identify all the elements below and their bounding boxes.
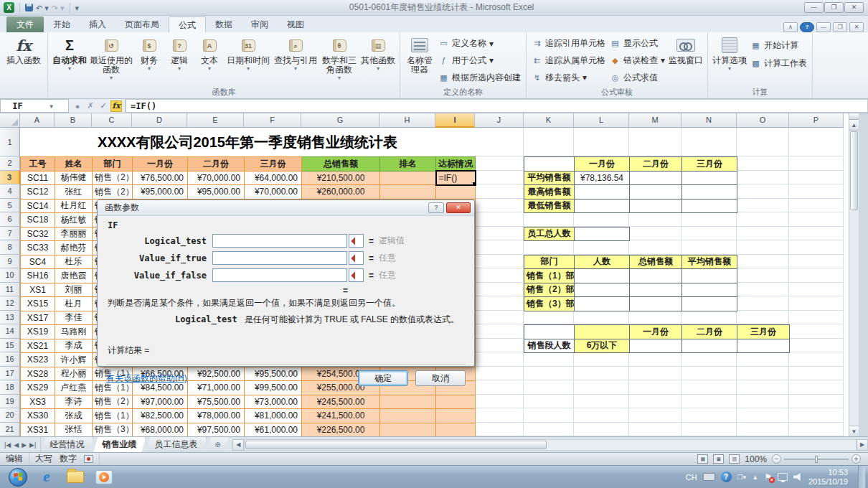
prev-sheet-icon[interactable]: ◀ [14, 441, 19, 449]
row-header-5[interactable]: 5 [0, 199, 20, 213]
row-header-20[interactable]: 20 [0, 408, 20, 423]
insert-worksheet-icon[interactable]: ⊕ [207, 437, 228, 452]
close-button[interactable]: ✕ [844, 2, 864, 13]
table-row[interactable]: SC12 张红 销售（2）部 ¥95,000.00 ¥95,000.00 ¥70… [21, 185, 476, 200]
restore-button[interactable]: ❐ [824, 2, 844, 13]
row-header-2[interactable]: 2 [0, 156, 20, 171]
redo-icon[interactable]: ↷ ▾ [52, 2, 65, 14]
calculate-sheet-button[interactable]: ▩计算工作表 [750, 57, 807, 70]
window-restore-icon[interactable]: ❐ [833, 22, 847, 32]
macro-record-icon[interactable] [84, 455, 93, 463]
window-minimize-icon[interactable]: — [816, 22, 831, 32]
show-desktop-button[interactable] [858, 466, 865, 488]
collapse-ribbon-icon[interactable]: ∧ [783, 22, 798, 32]
formula-input[interactable]: =IF() [126, 99, 868, 113]
more-functions-button[interactable]: ▤ 其他函数▾ [359, 34, 397, 87]
page-layout-view-icon[interactable]: ▣ [713, 454, 724, 464]
column-header-A[interactable]: A [20, 113, 55, 128]
logical-button[interactable]: ? 逻辑▾ [164, 34, 194, 87]
staff-total-value[interactable] [575, 227, 630, 241]
show-formulas-button[interactable]: ▤显示公式 [610, 37, 665, 50]
scroll-up-icon[interactable]: ▲ [849, 120, 859, 131]
column-header-B[interactable]: B [55, 113, 92, 128]
first-sheet-icon[interactable]: |◀ [4, 441, 11, 449]
row-header-15[interactable]: 15 [0, 339, 20, 353]
function-arguments-dialog[interactable]: 函数参数 ? ✕ IF Logical_test = 逻辑值 Value_if_… [97, 200, 475, 367]
trace-precedents-button[interactable]: ⇉追踪引用单元格 [532, 37, 605, 50]
financial-button[interactable]: $ 财务▾ [134, 34, 164, 87]
horizontal-scrollbar[interactable]: ◀ ▶ [232, 437, 868, 452]
tray-help-icon[interactable]: ? [721, 471, 732, 482]
name-box[interactable]: IF▾ [0, 99, 69, 113]
row-header-3[interactable]: 3 [0, 171, 20, 185]
table-row[interactable]: 最低销售额 [524, 199, 737, 213]
language-indicator[interactable]: CH [686, 473, 697, 482]
sheet-title-cell[interactable]: XXXX有限公司2015年第一季度销售业绩统计表 [20, 128, 475, 156]
row-header-1[interactable]: 1 [0, 128, 20, 156]
calculation-options-button[interactable]: 计算选项▾ [711, 34, 748, 87]
sheet-tab[interactable]: 销售业绩 [93, 437, 146, 452]
row-header-21[interactable]: 21 [0, 423, 20, 437]
ribbon-tab[interactable]: 审阅 [242, 17, 278, 32]
tab-file[interactable]: 文件 [6, 17, 44, 32]
normal-view-icon[interactable]: ▦ [697, 454, 708, 464]
table-row[interactable]: XS30 张成 销售（1）部 ¥82,500.00 ¥78,000.00 ¥81… [21, 409, 476, 423]
table-row[interactable]: SC11 杨伟健 销售（2）部 ¥76,500.00 ¥70,000.00 ¥6… [21, 171, 476, 185]
action-center-icon[interactable]: ⚑✕ [764, 472, 772, 482]
scrollbar-split-handle[interactable] [849, 113, 859, 120]
row-header-16[interactable]: 16 [0, 352, 20, 367]
column-header-K[interactable]: K [524, 113, 574, 128]
function-help-link[interactable]: 有关该函数的帮助(H) [106, 372, 351, 385]
math-trig-button[interactable]: θ 数学和三角函数▾ [319, 34, 359, 87]
sheet-tab[interactable]: 经营情况 [41, 437, 93, 452]
enter-entry-icon[interactable]: ✓ [98, 101, 109, 111]
name-box-dropdown-icon[interactable]: ▾ [34, 101, 68, 111]
help-icon[interactable]: ? [800, 22, 814, 32]
error-checking-button[interactable]: ◆错误检查▾ [610, 54, 665, 67]
column-header-C[interactable]: C [92, 113, 132, 128]
calculate-now-button[interactable]: ▦开始计算 [750, 39, 807, 52]
row-header-7[interactable]: 7 [0, 227, 20, 241]
volume-icon[interactable] [793, 473, 803, 481]
column-header-F[interactable]: F [244, 113, 301, 128]
table-row[interactable]: 销售（3）部 [524, 297, 737, 311]
lookup-reference-button[interactable]: ⌕ 查找与引用▾ [272, 34, 319, 87]
column-header-G[interactable]: G [301, 113, 379, 128]
keyboard-icon[interactable] [703, 473, 715, 481]
scroll-left-icon[interactable]: ◀ [232, 439, 244, 451]
excel-app-icon[interactable]: X [4, 2, 14, 13]
parameter-input[interactable] [212, 251, 347, 265]
column-header-I[interactable]: I [435, 113, 475, 128]
ribbon-tab[interactable]: 开始 [44, 17, 80, 32]
staff-total-table[interactable]: 员工总人数 [524, 227, 630, 242]
row-header-17[interactable]: 17 [0, 367, 20, 381]
last-sheet-icon[interactable]: ▶| [29, 441, 36, 449]
minimize-button[interactable]: — [804, 2, 824, 13]
tray-window-icon[interactable]: ❐▾ [737, 474, 747, 481]
zoom-level[interactable]: 100% [745, 454, 767, 464]
ribbon-tab[interactable]: 数据 [206, 17, 242, 32]
window-close-icon[interactable]: ✕ [849, 22, 864, 32]
sheet-tab[interactable]: 员工信息表 [146, 437, 207, 452]
clock[interactable]: 10:532015/10/19 [808, 468, 852, 487]
media-player-icon[interactable] [92, 468, 116, 487]
cancel-entry-icon[interactable]: ✗ [85, 101, 96, 111]
remove-arrows-button[interactable]: ↯移去箭头▾ [532, 71, 605, 85]
table-row[interactable]: 最高销售额 [524, 185, 737, 200]
column-header-E[interactable]: E [187, 113, 244, 128]
use-in-formula-button[interactable]: ƒ用于公式▾ [438, 54, 521, 67]
row-header-12[interactable]: 12 [0, 296, 20, 311]
watch-window-button[interactable]: 监视窗口 [667, 34, 704, 87]
ribbon-tab[interactable]: 插入 [80, 17, 115, 32]
page-break-view-icon[interactable]: ▥ [729, 454, 740, 464]
column-header-J[interactable]: J [475, 113, 524, 128]
name-manager-button[interactable]: 名称管理器 [403, 34, 436, 87]
ribbon-tab[interactable]: 页面布局 [115, 17, 169, 32]
row-header-11[interactable]: 11 [0, 283, 20, 297]
row-header-8[interactable]: 8 [0, 240, 20, 255]
range-picker-icon[interactable] [349, 268, 364, 282]
file-explorer-icon[interactable] [63, 468, 88, 487]
range-picker-icon[interactable] [349, 234, 364, 248]
monthly-stats-table[interactable]: 一月份 二月份 三月份 平均销售额 ¥78,136.54 最高销售额 [524, 156, 737, 213]
table-row[interactable]: XS31 张恬 销售（3）部 ¥68,000.00 ¥97,500.00 ¥61… [21, 423, 476, 436]
